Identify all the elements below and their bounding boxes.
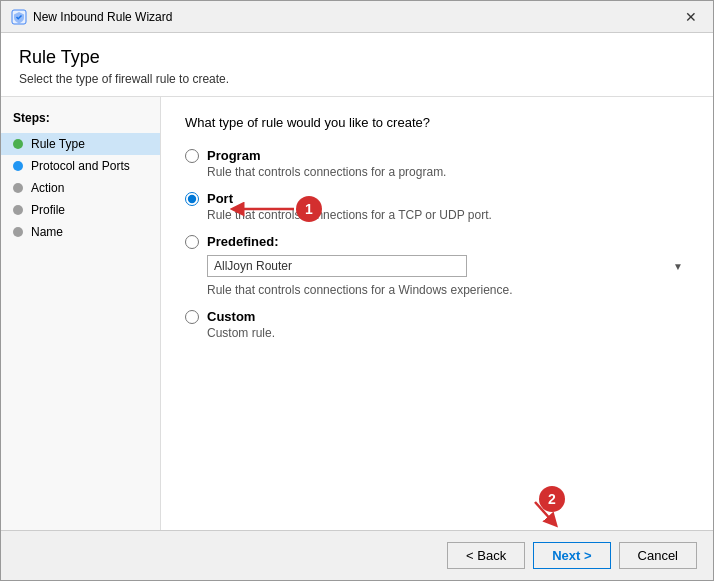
page-subtitle: Select the type of firewall rule to crea… [19,72,695,86]
option-port-title: Port [207,191,233,206]
title-bar: New Inbound Rule Wizard ✕ [1,1,713,33]
wizard-window: New Inbound Rule Wizard ✕ Rule Type Sele… [0,0,714,581]
radio-predefined[interactable] [185,235,199,249]
footer: < Back Next > Cancel [1,530,713,580]
option-port: Port Rule that controls connections for … [185,191,689,222]
close-button[interactable]: ✕ [679,5,703,29]
sidebar-label-action: Action [31,181,64,195]
option-program-desc: Rule that controls connections for a pro… [207,165,689,179]
sidebar-item-name[interactable]: Name [1,221,160,243]
main-content: What type of rule would you like to crea… [161,97,713,530]
option-predefined-title: Predefined: [207,234,279,249]
predefined-select[interactable]: AllJoyn Router BranchCache - Content Ret… [207,255,467,277]
option-port-row: Port [185,191,689,206]
option-predefined: Predefined: AllJoyn Router BranchCache -… [185,234,689,297]
option-predefined-row: Predefined: [185,234,689,249]
main-question: What type of rule would you like to crea… [185,115,689,130]
sidebar-label-profile: Profile [31,203,65,217]
sidebar: Steps: Rule Type Protocol and Ports Acti… [1,97,161,530]
sidebar-item-rule-type[interactable]: Rule Type [1,133,160,155]
sidebar-item-protocol-ports[interactable]: Protocol and Ports [1,155,160,177]
sidebar-label-name: Name [31,225,63,239]
radio-port[interactable] [185,192,199,206]
sidebar-item-action[interactable]: Action [1,177,160,199]
predefined-dropdown-wrapper: AllJoyn Router BranchCache - Content Ret… [207,255,689,277]
option-program-row: Program [185,148,689,163]
next-button[interactable]: Next > [533,542,610,569]
option-custom-desc: Custom rule. [207,326,689,340]
page-title: Rule Type [19,47,695,68]
content-area: Steps: Rule Type Protocol and Ports Acti… [1,97,713,530]
radio-program[interactable] [185,149,199,163]
sidebar-label-rule-type: Rule Type [31,137,85,151]
dot-icon-rule-type [13,139,23,149]
dot-icon-protocol [13,161,23,171]
sidebar-label-protocol: Protocol and Ports [31,159,130,173]
option-custom-row: Custom [185,309,689,324]
radio-custom[interactable] [185,310,199,324]
option-custom-title: Custom [207,309,255,324]
title-bar-left: New Inbound Rule Wizard [11,9,172,25]
rule-type-options: Program Rule that controls connections f… [185,148,689,340]
option-program-title: Program [207,148,260,163]
title-bar-text: New Inbound Rule Wizard [33,10,172,24]
sidebar-item-profile[interactable]: Profile [1,199,160,221]
option-custom: Custom Custom rule. [185,309,689,340]
option-program: Program Rule that controls connections f… [185,148,689,179]
chevron-down-icon: ▼ [673,261,683,272]
option-port-desc: Rule that controls connections for a TCP… [207,208,689,222]
dot-icon-name [13,227,23,237]
steps-label: Steps: [1,107,160,133]
dot-icon-action [13,183,23,193]
back-button[interactable]: < Back [447,542,525,569]
dot-icon-profile [13,205,23,215]
cancel-button[interactable]: Cancel [619,542,697,569]
header: Rule Type Select the type of firewall ru… [1,33,713,97]
option-predefined-desc: Rule that controls connections for a Win… [207,283,689,297]
wizard-icon [11,9,27,25]
